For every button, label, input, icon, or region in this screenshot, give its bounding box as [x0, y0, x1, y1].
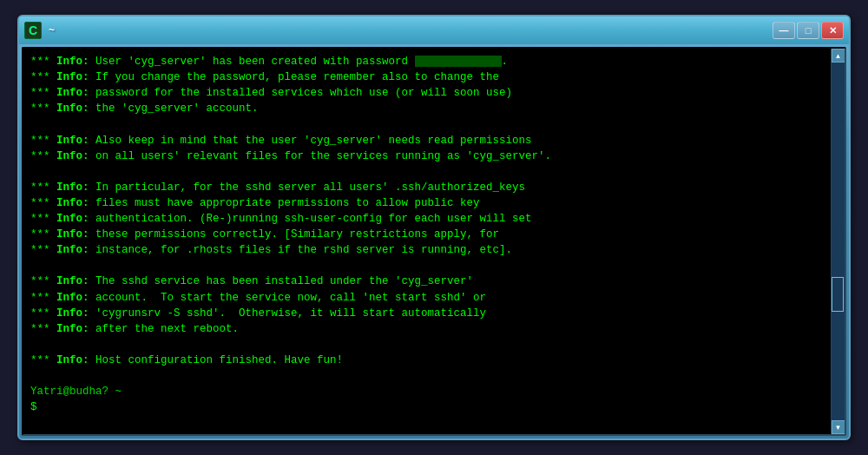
terminal-line: *** Info: User 'cyg_server' has been cre…	[30, 54, 824, 69]
scroll-track[interactable]	[832, 63, 845, 420]
terminal-window: C ~ — □ ✕ *** Info: User 'cyg_server' ha…	[17, 15, 851, 440]
password-redacted	[415, 56, 502, 67]
scrollbar[interactable]: ▲ ▼	[831, 49, 845, 434]
terminal-line-empty	[30, 258, 824, 274]
terminal-line: *** Info: instance, for .rhosts files if…	[30, 242, 824, 258]
terminal-line: *** Info: In particular, for the sshd se…	[30, 180, 824, 195]
terminal-line: *** Info: Also keep in mind that the use…	[30, 133, 824, 148]
terminal-line: *** Info: account. To start the service …	[30, 290, 824, 306]
terminal-line: *** Info: Host configuration finished. H…	[30, 353, 824, 368]
terminal-line: *** Info: password for the installed ser…	[30, 85, 824, 101]
maximize-button[interactable]: □	[797, 22, 819, 39]
terminal-cursor-line: $	[30, 399, 824, 415]
terminal-content[interactable]: *** Info: User 'cyg_server' has been cre…	[23, 49, 831, 434]
scroll-down-button[interactable]: ▼	[832, 420, 845, 434]
scroll-up-button[interactable]: ▲	[832, 49, 845, 63]
terminal-line-empty	[30, 337, 824, 353]
terminal-body: *** Info: User 'cyg_server' has been cre…	[22, 47, 846, 436]
window-title: ~	[49, 24, 773, 36]
terminal-line: *** Info: The sshd service has been inst…	[30, 274, 824, 289]
terminal-line-empty	[30, 164, 824, 180]
minimize-button[interactable]: —	[773, 22, 795, 39]
terminal-line: *** Info: authentication. (Re-)running s…	[30, 211, 824, 227]
terminal-line: *** Info: files must have appropriate pe…	[30, 195, 824, 211]
terminal-line: *** Info: the 'cyg_server' account.	[30, 101, 824, 116]
terminal-line-empty	[30, 368, 824, 384]
terminal-line-empty	[30, 117, 824, 133]
terminal-line: *** Info: after the next reboot.	[30, 321, 824, 337]
terminal-prompt-line: Yatri@budha? ~	[30, 384, 824, 399]
terminal-line: *** Info: If you change the password, pl…	[30, 69, 824, 85]
title-bar: C ~ — □ ✕	[19, 16, 849, 44]
terminal-line: *** Info: on all users' relevant files f…	[30, 148, 824, 164]
scroll-thumb[interactable]	[832, 277, 844, 312]
app-icon: C	[24, 22, 42, 39]
terminal-line: *** Info: 'cygrunsrv -S sshd'. Otherwise…	[30, 306, 824, 321]
window-controls: — □ ✕	[773, 22, 844, 39]
close-button[interactable]: ✕	[821, 22, 844, 39]
terminal-line: *** Info: these permissions correctly. […	[30, 227, 824, 242]
